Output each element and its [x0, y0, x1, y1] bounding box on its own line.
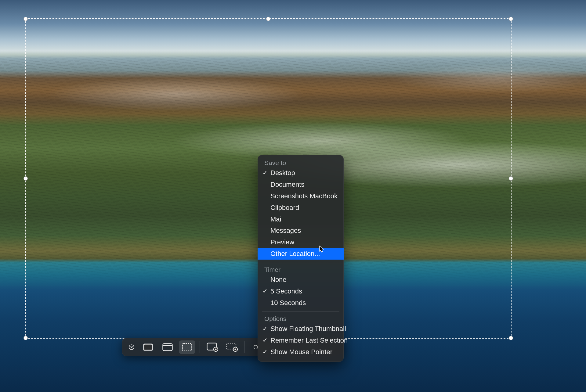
svg-point-11 — [234, 348, 236, 350]
menu-item-label: Documents — [270, 181, 304, 188]
checkmark-icon: ✓ — [262, 287, 268, 296]
menu-item[interactable]: ✓Remember Last Selection — [258, 335, 344, 346]
svg-rect-2 — [144, 345, 152, 350]
checkmark-icon: ✓ — [262, 336, 268, 345]
capture-selected-window-button[interactable] — [159, 340, 176, 354]
menu-section-title: Options — [258, 314, 344, 323]
menu-divider — [262, 262, 339, 262]
menu-item[interactable]: Mail — [258, 214, 344, 225]
menu-item-label: Remember Last Selection — [270, 336, 348, 344]
menu-item[interactable]: ✓Desktop — [258, 167, 344, 179]
menu-item[interactable]: 10 Seconds — [258, 297, 344, 309]
close-icon — [129, 344, 134, 350]
menu-item-label: 5 Seconds — [270, 287, 302, 295]
menu-item-label: Mail — [270, 215, 283, 223]
menu-item[interactable]: Messages — [258, 225, 344, 236]
menu-item-label: Preview — [270, 238, 294, 246]
selection-handle-sw[interactable] — [24, 336, 28, 340]
toolbar-separator — [200, 341, 200, 353]
selection-handle-ne[interactable] — [509, 17, 513, 21]
menu-divider — [262, 311, 339, 311]
menu-item-label: Screenshots MacBook — [270, 192, 338, 200]
menu-item[interactable]: Documents — [258, 179, 344, 190]
checkmark-icon: ✓ — [262, 324, 268, 333]
capture-entire-screen-button[interactable] — [140, 340, 156, 354]
close-button[interactable] — [126, 342, 137, 352]
selection-handle-n[interactable] — [266, 17, 270, 21]
selection-handle-se[interactable] — [509, 336, 513, 340]
menu-item-label: Show Mouse Pointer — [270, 348, 332, 356]
menu-item[interactable]: ✓Show Floating Thumbnail — [258, 323, 344, 335]
menu-item-label: Clipboard — [270, 204, 299, 211]
menu-item[interactable]: ✓5 Seconds — [258, 286, 344, 297]
record-screen-icon — [207, 343, 218, 352]
svg-rect-5 — [183, 343, 192, 351]
toolbar-separator — [244, 341, 245, 353]
checkmark-icon: ✓ — [262, 347, 268, 356]
menu-item-label: Show Floating Thumbnail — [270, 325, 346, 333]
window-icon — [162, 343, 173, 351]
menu-item[interactable]: Preview — [258, 236, 344, 248]
menu-item-label: None — [270, 276, 287, 283]
menu-section-title: Save to — [258, 158, 344, 167]
menu-item[interactable]: Clipboard — [258, 202, 344, 214]
screen-icon — [143, 343, 153, 351]
record-selected-portion-button[interactable] — [224, 340, 240, 354]
selection-handle-e[interactable] — [509, 176, 513, 181]
menu-item-label: Other Location... — [270, 250, 320, 257]
selection-handle-w[interactable] — [24, 176, 28, 181]
menu-item[interactable]: None — [258, 274, 344, 286]
menu-section-title: Timer — [258, 265, 344, 274]
menu-item-label: Messages — [270, 227, 301, 234]
selection-icon — [182, 343, 192, 351]
record-entire-screen-button[interactable] — [204, 340, 221, 354]
svg-rect-3 — [163, 344, 172, 351]
menu-item[interactable]: Screenshots MacBook — [258, 190, 344, 202]
checkmark-icon: ✓ — [262, 168, 268, 177]
selection-handle-nw[interactable] — [24, 17, 28, 21]
options-menu: Save to✓DesktopDocumentsScreenshots MacB… — [258, 155, 344, 362]
svg-point-8 — [215, 348, 216, 350]
capture-selected-portion-button[interactable] — [179, 340, 195, 354]
menu-item[interactable]: ✓Show Mouse Pointer — [258, 346, 344, 358]
menu-item-label: Desktop — [270, 169, 295, 177]
record-selection-icon — [226, 343, 238, 352]
menu-item[interactable]: Other Location... — [258, 248, 344, 260]
menu-item-label: 10 Seconds — [270, 299, 306, 307]
